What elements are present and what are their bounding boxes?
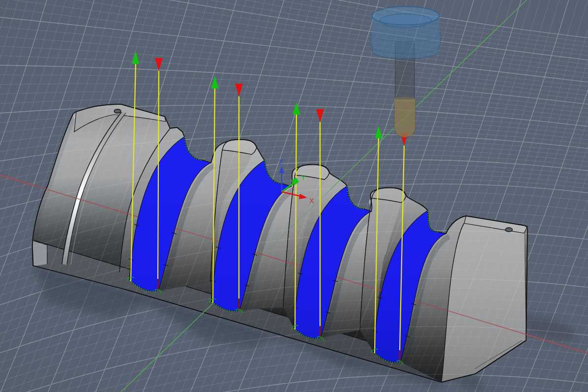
svg-text:X: X <box>309 196 314 205</box>
svg-text:Z: Z <box>279 158 283 166</box>
svg-text:Y: Y <box>301 173 306 181</box>
